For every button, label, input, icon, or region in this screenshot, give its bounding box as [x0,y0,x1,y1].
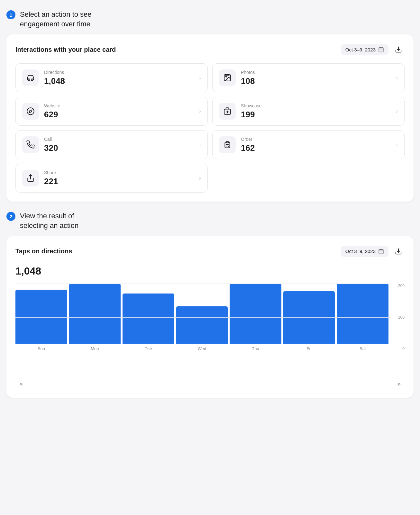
svg-point-5 [28,79,30,81]
y-label-0: 0 [402,347,405,351]
order-label: Order [241,137,391,142]
svg-point-6 [31,79,33,81]
showcase-chevron: › [396,108,398,115]
order-icon [223,140,232,149]
chart-calendar-icon [378,248,384,254]
metrics-grid: Directions 1,048 › Photos 108 › [15,63,405,193]
interactions-card: Interactions with your place card Oct 3–… [6,34,414,202]
phone-icon [26,140,35,149]
bar-thu [230,284,281,344]
call-value: 320 [44,143,194,153]
bar-label-sat: Sat [360,346,366,351]
y-label-100: 100 [398,315,405,320]
metric-showcase[interactable]: Showcase 199 › [212,97,405,126]
interactions-date-text: Oct 3–9, 2023 [345,47,376,52]
website-label: Website [44,103,194,108]
bar-label-sun: Sun [38,346,45,351]
directions-icon-wrap [22,69,39,86]
svg-point-8 [226,76,227,77]
step-2-badge: 2 [6,212,15,221]
metric-photos[interactable]: Photos 108 › [212,63,405,92]
bar-sat [337,284,388,344]
order-content: Order 162 [241,137,391,153]
chart-header-actions: Oct 3–9, 2023 [341,245,405,258]
download-icon [395,46,402,53]
step-2-text: View the result ofselecting an action [20,211,78,230]
step-1-row: 1 Select an action to seeengagement over… [6,10,414,29]
order-chevron: › [396,141,398,148]
car-icon [26,74,35,82]
share-content: Share 221 [44,170,194,186]
showcase-icon-wrap [219,103,236,120]
chart-card-header: Taps on directions Oct 3–9, 2023 [15,245,405,258]
share-chevron: › [199,175,201,182]
chart-date-text: Oct 3–9, 2023 [345,248,376,254]
photos-value: 108 [241,76,391,86]
compass-icon [26,107,35,115]
showcase-content: Showcase 199 [241,103,391,120]
svg-rect-19 [379,249,383,254]
chart-total: 1,048 [15,265,405,277]
bar-label-thu: Thu [252,346,259,351]
share-icon-wrap [22,170,39,186]
metric-call[interactable]: Call 320 › [15,130,208,159]
website-chevron: › [199,108,201,115]
call-icon-wrap [22,136,39,153]
chart-card: Taps on directions Oct 3–9, 2023 1,048 [6,236,414,398]
chart-next-btn[interactable]: » [395,379,403,389]
photos-icon-wrap [219,69,236,86]
calendar-icon [378,47,384,52]
bar-fri [283,291,335,344]
bar-mon [69,284,121,344]
chart-download-btn[interactable] [392,245,405,258]
photos-label: Photos [241,70,391,75]
showcase-value: 199 [241,110,391,120]
order-value: 162 [241,143,391,153]
chart-date-pill[interactable]: Oct 3–9, 2023 [341,246,388,257]
interactions-header-actions: Oct 3–9, 2023 [341,43,405,56]
interactions-card-header: Interactions with your place card Oct 3–… [15,43,405,56]
directions-content: Directions 1,048 [44,70,194,86]
interactions-download-btn[interactable] [392,43,405,56]
directions-value: 1,048 [44,76,194,86]
bar-col-thu: Thu [230,284,281,351]
bar-label-fri: Fri [307,346,312,351]
bar-tue [123,294,174,343]
photos-icon [223,74,232,82]
bar-wed [176,306,228,344]
showcase-label: Showcase [241,103,391,108]
chart-download-icon [395,248,402,255]
interactions-date-pill[interactable]: Oct 3–9, 2023 [341,44,388,55]
showcase-icon [223,107,232,115]
website-value: 629 [44,110,194,120]
metric-share[interactable]: Share 221 › [15,164,208,193]
website-content: Website 629 [44,103,194,120]
svg-point-10 [27,108,34,115]
step-1-badge: 1 [6,10,15,19]
bar-col-sun: Sun [15,284,67,351]
call-chevron: › [199,141,201,148]
metric-website[interactable]: Website 629 › [15,97,208,126]
share-label: Share [44,170,194,175]
bar-label-mon: Mon [91,346,99,351]
y-label-200: 200 [398,284,405,288]
photos-chevron: › [396,75,398,81]
share-icon [26,174,35,182]
order-icon-wrap [219,136,236,153]
bar-col-sat: Sat [337,284,388,351]
svg-rect-15 [226,142,229,143]
chart-nav: « » [15,379,405,389]
metric-directions[interactable]: Directions 1,048 › [15,63,208,92]
bar-col-mon: Mon [69,284,121,351]
bar-sun [15,290,67,344]
svg-marker-11 [29,110,32,113]
svg-rect-0 [379,48,383,52]
directions-chevron: › [199,75,201,81]
svg-rect-9 [226,75,229,76]
step-1-text: Select an action to seeengagement over t… [20,10,92,29]
chart-area: SunMonTueWedThuFriSat 200 100 0 [15,284,405,374]
chart-prev-btn[interactable]: « [17,379,25,389]
metric-order[interactable]: Order 162 › [212,130,405,159]
bar-col-tue: Tue [123,284,174,351]
share-value: 221 [44,176,194,186]
